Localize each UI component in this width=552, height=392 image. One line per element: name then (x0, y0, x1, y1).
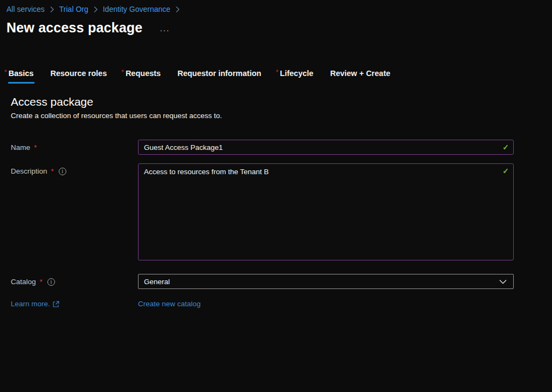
name-label: Name * (11, 140, 138, 152)
description-textarea[interactable]: Access to resources from the Tenant B (138, 163, 514, 260)
chevron-right-icon (175, 6, 180, 13)
breadcrumb: All services Trial Org Identity Governan… (0, 0, 552, 13)
info-icon[interactable]: i (59, 168, 66, 175)
catalog-dropdown[interactable]: General (138, 274, 514, 289)
breadcrumb-link-trial-org[interactable]: Trial Org (59, 5, 88, 13)
page-header: New access package ··· (0, 20, 552, 36)
breadcrumb-link-identity-governance[interactable]: Identity Governance (103, 5, 170, 13)
description-field-row: Description * i Access to resources from… (11, 163, 552, 263)
catalog-dropdown-value: General (144, 278, 170, 286)
learn-more-link[interactable]: Learn more. (11, 300, 59, 308)
more-options-button[interactable]: ··· (160, 26, 170, 34)
required-asterisk: * (51, 167, 54, 175)
page-title: New access package (6, 20, 142, 36)
section-heading: Access package (11, 95, 552, 108)
tab-requests[interactable]: * Requests (121, 69, 161, 84)
required-asterisk: * (40, 278, 43, 286)
tab-basics[interactable]: * Basics (4, 69, 33, 84)
chevron-down-icon (499, 279, 507, 284)
tab-lifecycle[interactable]: * Lifecycle (276, 69, 314, 84)
required-asterisk: * (4, 68, 7, 76)
required-asterisk: * (276, 68, 279, 76)
links-row: Learn more. Create new catalog (11, 300, 552, 308)
basics-form: Name * ✓ Description * i Access to resou… (0, 140, 552, 308)
external-link-icon (53, 301, 59, 307)
create-new-catalog-link[interactable]: Create new catalog (138, 300, 201, 308)
catalog-label: Catalog * i (11, 274, 138, 286)
description-label: Description * i (11, 163, 138, 175)
breadcrumb-link-all-services[interactable]: All services (6, 5, 45, 13)
chevron-right-icon (93, 6, 98, 13)
name-field-row: Name * ✓ (11, 140, 552, 155)
required-asterisk: * (34, 143, 37, 152)
tab-strip: * Basics Resource roles * Requests Reque… (4, 69, 552, 84)
tab-requestor-information[interactable]: Requestor information (175, 69, 261, 84)
info-icon[interactable]: i (47, 278, 55, 286)
tab-resource-roles[interactable]: Resource roles (48, 69, 107, 84)
chevron-right-icon (50, 6, 54, 13)
required-asterisk: * (121, 68, 124, 76)
tab-review-create[interactable]: Review + Create (328, 69, 390, 84)
catalog-field-row: Catalog * i General (11, 274, 552, 289)
section-subtitle: Create a collection of resources that us… (11, 112, 552, 120)
name-input[interactable] (138, 140, 514, 155)
